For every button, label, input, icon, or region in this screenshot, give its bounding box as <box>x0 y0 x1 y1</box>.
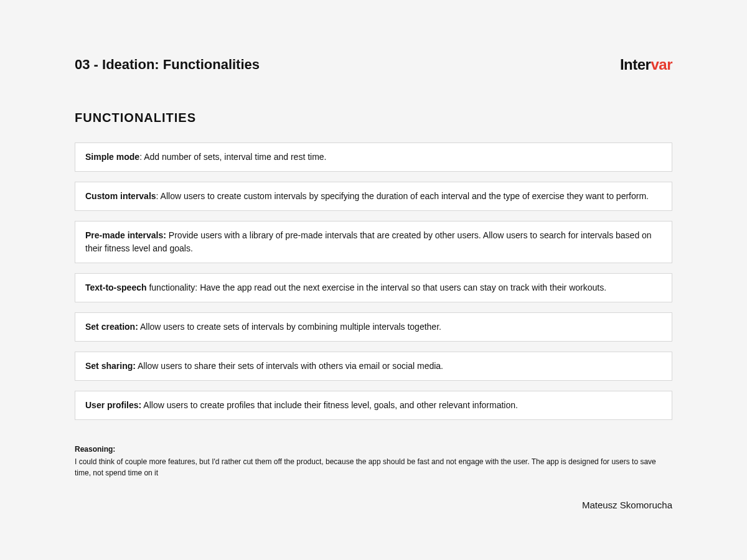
functionality-text: : Allow users to create custom intervals… <box>156 191 649 201</box>
logo-part2: var <box>651 56 672 73</box>
functionality-item: Pre-made intervals: Provide users with a… <box>75 221 672 263</box>
functionality-bold: User profiles: <box>85 400 141 410</box>
author-name: Mateusz Skomorucha <box>582 500 672 510</box>
functionality-bold: Set sharing: <box>85 361 136 371</box>
functionality-bold: Text-to-speech <box>85 282 147 292</box>
functionalities-list: Simple mode: Add number of sets, interva… <box>75 142 672 420</box>
functionality-item: Custom intervals: Allow users to create … <box>75 182 672 211</box>
functionality-bold: Simple mode <box>85 152 139 162</box>
reasoning-body: I could think of couple more features, b… <box>75 457 656 477</box>
functionality-bold: Set creation: <box>85 322 138 332</box>
functionality-item: Text-to-speech functionality: Have the a… <box>75 273 672 302</box>
logo-part1: Inter <box>620 56 651 73</box>
functionality-item: Set creation: Allow users to create sets… <box>75 312 672 342</box>
functionality-bold: Pre-made intervals: <box>85 230 166 240</box>
functionality-text: Provide users with a library of pre-made… <box>85 230 652 253</box>
functionality-text: Allow users to create profiles that incl… <box>141 400 518 410</box>
page-title: 03 - Ideation: Functionalities <box>75 57 260 73</box>
functionality-text: Allow users to share their sets of inter… <box>136 361 443 371</box>
header: 03 - Ideation: Functionalities Intervar <box>75 56 672 73</box>
functionality-item: User profiles: Allow users to create pro… <box>75 391 672 420</box>
functionality-bold: Custom intervals <box>85 191 156 201</box>
reasoning-label: Reasoning: <box>75 444 672 455</box>
reasoning-block: Reasoning: I could think of couple more … <box>75 444 672 478</box>
functionality-text: : Add number of sets, interval time and … <box>139 152 326 162</box>
functionality-item: Set sharing: Allow users to share their … <box>75 352 672 381</box>
section-heading: FUNCTIONALITIES <box>75 111 672 125</box>
functionality-text: functionality: Have the app read out the… <box>147 282 607 292</box>
functionality-item: Simple mode: Add number of sets, interva… <box>75 142 672 172</box>
functionality-text: Allow users to create sets of intervals … <box>138 322 441 332</box>
logo: Intervar <box>620 56 672 73</box>
